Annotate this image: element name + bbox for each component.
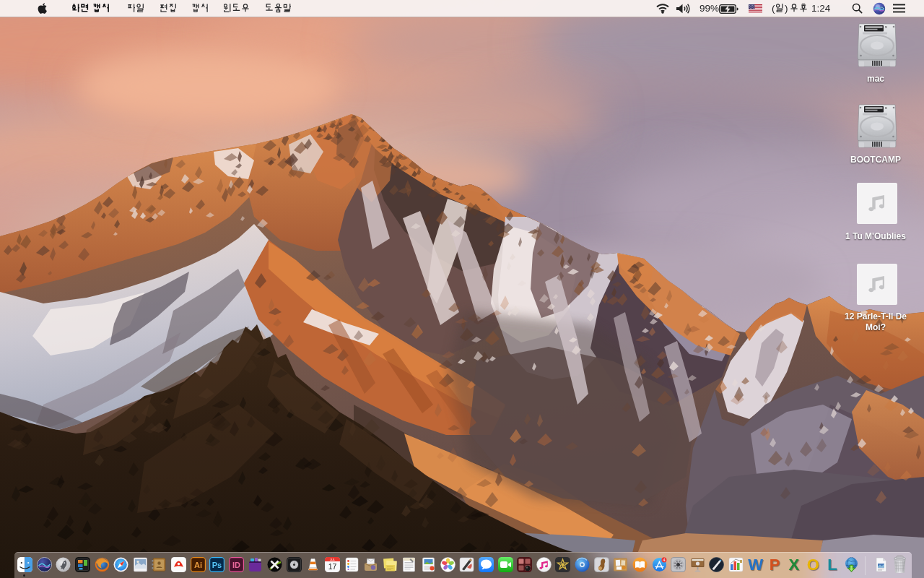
svg-text:ID: ID [232, 561, 240, 569]
svg-text:4: 4 [663, 558, 665, 562]
svg-text:Ps: Ps [212, 561, 222, 569]
svg-text:17: 17 [328, 562, 337, 571]
svg-text:JUL: JUL [330, 558, 336, 561]
svg-text:Ai: Ai [194, 561, 202, 569]
